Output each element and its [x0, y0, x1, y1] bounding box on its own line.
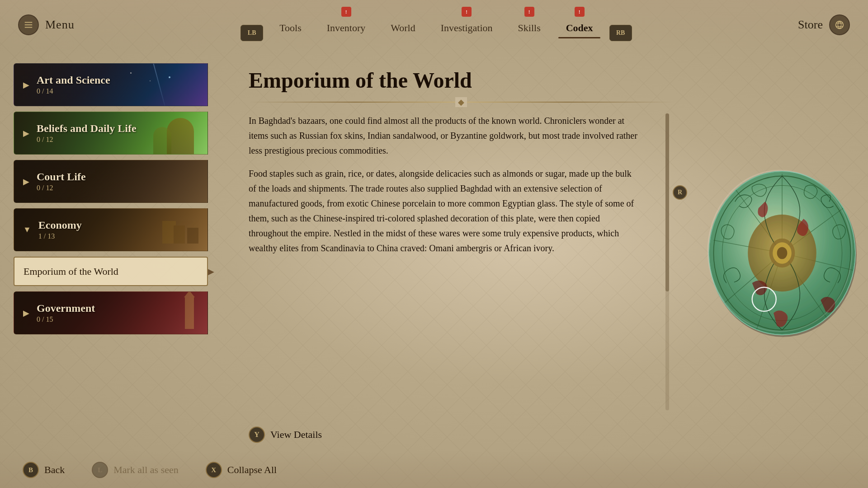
- plate-image: [701, 158, 863, 348]
- court-info: Court Life 0 / 12: [37, 171, 200, 192]
- image-panel: [696, 54, 868, 452]
- scroll-thumb: [665, 113, 669, 291]
- r-indicator[interactable]: R: [673, 185, 687, 200]
- investigation-icon-container: !: [460, 8, 473, 20]
- sidebar-item-emporium[interactable]: Emporium of the World: [14, 257, 208, 286]
- government-chevron: ▶: [23, 308, 29, 318]
- emporium-name: Emporium of the World: [24, 266, 118, 277]
- back-label: Back: [44, 464, 65, 476]
- world-icon-container: [396, 8, 409, 20]
- codex-icon-container: !: [573, 8, 586, 20]
- tools-icon-container: [284, 8, 297, 20]
- economy-info: Economy 1 / 13: [38, 219, 200, 240]
- header-left: Menu: [18, 14, 75, 35]
- content-text: In Baghdad's bazaars, one could find alm…: [249, 113, 647, 410]
- art-science-content: ▶ Art and Science 0 / 14: [14, 68, 208, 102]
- tab-investigation[interactable]: ! Investigation: [428, 5, 505, 38]
- court-progress: 0 / 12: [37, 184, 200, 192]
- tab-skills[interactable]: ! Skills: [505, 5, 553, 38]
- inventory-icon-container: !: [340, 8, 353, 20]
- art-science-chevron: ▶: [23, 80, 29, 90]
- sidebar-item-economy[interactable]: ▼ Economy 1 / 13: [14, 208, 208, 251]
- government-progress: 0 / 15: [37, 315, 200, 324]
- view-details-label: View Details: [270, 429, 322, 441]
- inventory-alert: !: [341, 7, 351, 17]
- svg-point-23: [777, 247, 788, 259]
- sidebar-item-beliefs[interactable]: ▶ Beliefs and Daily Life 0 / 12: [14, 112, 208, 155]
- y-button[interactable]: Y: [249, 427, 265, 443]
- tab-world[interactable]: World: [378, 5, 428, 38]
- tab-inventory[interactable]: ! Inventory: [314, 5, 378, 38]
- header-right: Store: [798, 14, 850, 35]
- x-button[interactable]: X: [206, 462, 222, 478]
- sidebar-item-art-science[interactable]: ▶ Art and Science 0 / 14: [14, 63, 208, 106]
- beliefs-chevron: ▶: [23, 128, 29, 138]
- menu-label: Menu: [45, 18, 75, 32]
- header: Menu LB Tools ! Inventory World !: [0, 0, 868, 50]
- collapse-action[interactable]: X Collapse All: [206, 462, 277, 478]
- government-name: Government: [37, 302, 200, 314]
- view-details-action[interactable]: Y View Details: [249, 419, 674, 443]
- svg-point-3: [836, 21, 844, 29]
- mark-action[interactable]: L Mark all as seen: [92, 462, 179, 478]
- art-science-name: Art and Science: [37, 74, 200, 86]
- economy-content: ▼ Economy 1 / 13: [14, 213, 208, 247]
- mark-label: Mark all as seen: [113, 464, 179, 476]
- government-content: ▶ Government 0 / 15: [14, 296, 208, 330]
- court-content: ▶ Court Life 0 / 12: [14, 164, 208, 198]
- back-action[interactable]: B Back: [23, 462, 65, 478]
- beliefs-content: ▶ Beliefs and Daily Life 0 / 12: [14, 116, 208, 150]
- svg-rect-2: [25, 27, 33, 28]
- plate-container: [701, 163, 863, 343]
- lb-button[interactable]: LB: [241, 25, 263, 41]
- skills-alert: !: [524, 7, 534, 17]
- beliefs-name: Beliefs and Daily Life: [37, 122, 200, 135]
- sidebar: ▶ Art and Science 0 / 14 ▶ Beliefs and D…: [0, 54, 222, 452]
- beliefs-info: Beliefs and Daily Life 0 / 12: [37, 122, 200, 144]
- art-science-progress: 0 / 14: [37, 87, 200, 95]
- content-panel: Emporium of the World In Baghdad's bazaa…: [222, 54, 696, 452]
- economy-chevron: ▼: [23, 225, 31, 235]
- sidebar-item-government[interactable]: ▶ Government 0 / 15: [14, 291, 208, 334]
- menu-icon[interactable]: [18, 14, 39, 35]
- sidebar-item-court[interactable]: ▶ Court Life 0 / 12: [14, 160, 208, 203]
- svg-rect-0: [25, 22, 33, 23]
- collapse-label: Collapse All: [227, 464, 277, 476]
- government-info: Government 0 / 15: [37, 302, 200, 324]
- bottom-bar: B Back L Mark all as seen X Collapse All: [0, 452, 868, 488]
- economy-progress: 1 / 13: [38, 232, 200, 240]
- svg-rect-1: [25, 24, 33, 25]
- tab-tools[interactable]: Tools: [267, 5, 314, 38]
- l-button[interactable]: L: [92, 462, 108, 478]
- content-paragraph-2: Food staples such as grain, rice, or dat…: [249, 166, 638, 256]
- codex-alert: !: [575, 7, 585, 17]
- court-name: Court Life: [37, 171, 200, 183]
- content-title: Emporium of the World: [249, 68, 674, 93]
- skills-icon-container: !: [523, 8, 536, 20]
- content-paragraph-1: In Baghdad's bazaars, one could find alm…: [249, 113, 638, 158]
- scroll-indicator[interactable]: [665, 113, 669, 410]
- tab-codex[interactable]: ! Codex: [553, 5, 606, 38]
- store-icon[interactable]: [829, 14, 850, 35]
- content-text-area: In Baghdad's bazaars, one could find alm…: [249, 113, 674, 410]
- investigation-alert: !: [462, 7, 472, 17]
- economy-name: Economy: [38, 219, 200, 231]
- store-label: Store: [798, 18, 823, 32]
- main-content: ▶ Art and Science 0 / 14 ▶ Beliefs and D…: [0, 54, 868, 452]
- art-science-info: Art and Science 0 / 14: [37, 74, 200, 95]
- rb-button[interactable]: RB: [609, 25, 632, 41]
- beliefs-progress: 0 / 12: [37, 136, 200, 144]
- court-chevron: ▶: [23, 177, 29, 187]
- b-button[interactable]: B: [23, 462, 39, 478]
- content-divider: [249, 102, 674, 103]
